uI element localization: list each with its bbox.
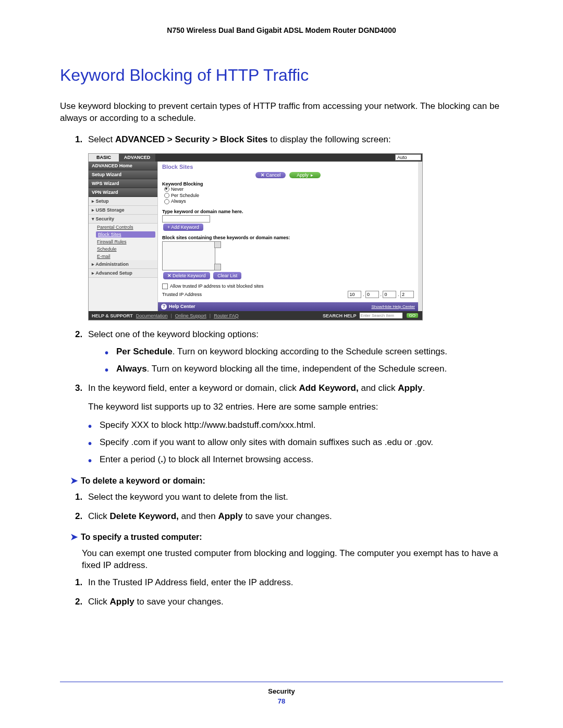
sidebar-sub-parental[interactable]: Parental Controls (89, 224, 157, 231)
clear-list-button[interactable]: Clear List (213, 272, 241, 279)
t2b: Apply (110, 597, 134, 607)
ip-field-1[interactable]: 10 (348, 291, 361, 298)
s3c: and click (359, 383, 398, 393)
doc-link[interactable]: Documentation (136, 313, 168, 318)
arrow-icon: ➤ (70, 532, 78, 542)
online-support-link[interactable]: Online Support (175, 313, 206, 318)
radio-schedule[interactable] (164, 193, 169, 198)
sidebar-item-setup-wizard[interactable]: Setup Wizard (89, 170, 157, 179)
sidebar-sub-firewall[interactable]: Firewall Rules (89, 238, 157, 245)
radio-always-label: Always (171, 199, 186, 204)
x-icon: ✕ (261, 172, 265, 178)
sidebar-sub-blocksites[interactable]: Block Sites (96, 231, 155, 238)
radio-always[interactable] (164, 199, 169, 204)
sidebar-item-home[interactable]: ADVANCED Home (89, 162, 157, 170)
help-icon[interactable]: ? (161, 304, 167, 310)
step-2: Select one of the keyword blocking optio… (85, 329, 503, 375)
step1-text-c: to display the following screen: (268, 134, 391, 144)
t-per: . Turn on keyword blocking according to … (173, 347, 447, 356)
tab-advanced[interactable]: ADVANCED (119, 154, 155, 162)
t2c: to save your changes. (134, 597, 224, 607)
radio-never-label: Never (171, 187, 183, 192)
allow-trusted-row: Allow trusted IP address to visit blocke… (162, 283, 414, 289)
help-center-label: Help Center (169, 304, 195, 309)
main-steps-list-cont: Select one of the keyword blocking optio… (60, 329, 503, 394)
allow-trusted-label: Allow trusted IP address to visit blocke… (170, 283, 263, 289)
ss-footer: HELP & SUPPORT Documentation | Online Su… (89, 311, 422, 320)
delete-keyword-button[interactable]: ✕Delete Keyword (163, 272, 210, 279)
step-1: Select ADVANCED > Security > Block Sites… (85, 134, 503, 146)
step2-bullet-always: Always. Turn on keyword blocking all the… (105, 363, 503, 375)
step2-text: Select one of the keyword blocking optio… (88, 329, 259, 339)
arrow-icon: ➤ (70, 476, 78, 486)
sample-1: Specify XXX to block http://www.badstuff… (88, 419, 503, 431)
type-label: Type keyword or domain name here. (162, 209, 414, 214)
add-keyword-button[interactable]: + Add Keyword (163, 224, 203, 231)
search-input[interactable]: Enter Search Item (360, 313, 402, 318)
sidebar-sub-email[interactable]: E-mail (89, 253, 157, 260)
showhide-link[interactable]: Show/Hide Help Center (371, 304, 415, 309)
ip-field-3[interactable]: 0 (383, 291, 396, 298)
t-alw: . Turn on keyword blocking all the time,… (147, 364, 447, 374)
step2-bullet-per: Per Schedule. Turn on keyword blocking a… (105, 346, 503, 358)
keyword-input[interactable] (162, 215, 210, 223)
trusted-step-1: In the Trusted IP Address field, enter t… (85, 577, 503, 589)
s3e: . (423, 383, 425, 393)
sidebar-item-advsetup[interactable]: ▸ Advanced Setup (89, 269, 157, 278)
panel-title: Block Sites (162, 164, 414, 170)
search-help-label: SEARCH HELP (323, 313, 357, 318)
sidebar-item-security[interactable]: ▾ Security (89, 215, 157, 224)
sidebar-item-admin[interactable]: ▸ Administration (89, 260, 157, 269)
d2b: Delete Keyword, (110, 511, 179, 521)
radio-always-row: Always (164, 199, 414, 205)
router-faq-link[interactable]: Router FAQ (214, 313, 239, 318)
ss-main: Block Sites ✕Cancel Apply▸ Keyword Block… (158, 162, 422, 311)
ip-field-4[interactable]: 2 (400, 291, 414, 298)
sidebar-item-wps-wizard[interactable]: WPS Wizard (89, 179, 157, 188)
auto-select[interactable]: Auto (395, 154, 421, 161)
tab-basic[interactable]: BASIC (89, 154, 119, 162)
trusted-ip-fields: 10 . 0 . 0 . 2 (348, 291, 414, 298)
sidebar-item-usb[interactable]: ▸ USB Storage (89, 206, 157, 215)
sidebar-sub-schedule[interactable]: Schedule (89, 245, 157, 253)
s3b3c: ) to block all Internet browsing access. (163, 454, 313, 464)
router-screenshot: BASIC ADVANCED Auto ADVANCED Home Setup … (88, 153, 423, 320)
radio-sched-label: Per Schedule (171, 193, 199, 198)
radio-sched-row: Per Schedule (164, 193, 414, 199)
list-label: Block sites containing these keywords or… (162, 235, 414, 240)
footer-section-label: Security (60, 687, 503, 695)
intro-paragraph: Use keyword blocking to prevent certain … (60, 101, 503, 125)
delete-step-2: Click Delete Keyword, and then Apply to … (85, 511, 503, 523)
apply-button[interactable]: Apply▸ (289, 172, 321, 178)
help-bar: ?Help Center Show/Hide Help Center (158, 302, 418, 311)
d2d: Apply (218, 511, 242, 521)
trusted-intro: You can exempt one trusted computer from… (82, 548, 503, 572)
trusted-heading: ➤To specify a trusted computer: (70, 532, 503, 542)
radio-never-row: Never (164, 187, 414, 193)
step1-text-a: Select (88, 134, 115, 144)
ss-sidebar: ADVANCED Home Setup Wizard WPS Wizard VP… (89, 162, 158, 311)
allow-trusted-checkbox[interactable] (162, 283, 168, 289)
trusted-ip-label: Trusted IP Address (162, 292, 202, 297)
delete-step-1: Select the keyword you want to delete fr… (85, 491, 503, 503)
radio-never[interactable] (164, 187, 169, 192)
x-icon: ✕ (167, 273, 172, 278)
trusted-step-2: Click Apply to save your changes. (85, 596, 503, 608)
cancel-button[interactable]: ✕Cancel (255, 172, 286, 178)
cancel-label: Cancel (266, 172, 280, 178)
delete-heading-text: To delete a keyword or domain: (81, 476, 205, 485)
kb-heading: Keyword Blocking (162, 181, 414, 187)
d2c: and then (179, 511, 218, 521)
del-kw-label: Delete Keyword (173, 273, 206, 278)
ip-field-2[interactable]: 0 (365, 291, 379, 298)
apply-label: Apply (297, 172, 309, 178)
s3d: Apply (398, 383, 422, 393)
page-footer: Security 78 (60, 682, 503, 705)
s3a: In the keyword field, enter a keyword or… (88, 383, 299, 393)
s3b: Add Keyword, (299, 383, 358, 393)
go-button[interactable]: GO (407, 313, 418, 318)
sidebar-item-setup[interactable]: ▸ Setup (89, 197, 157, 206)
keyword-listbox[interactable] (162, 241, 215, 270)
sample-2: Specify .com if you want to allow only s… (88, 437, 503, 449)
sidebar-item-vpn-wizard[interactable]: VPN Wizard (89, 188, 157, 197)
